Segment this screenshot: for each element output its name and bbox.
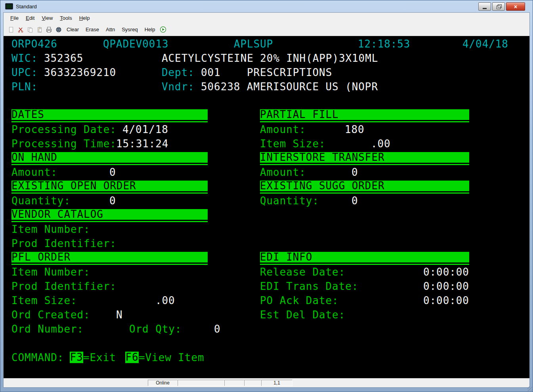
section-bars-row-1: DATES PARTIAL FILL xyxy=(4,108,529,122)
dept-label: Dept: xyxy=(162,65,195,80)
pln-row: PLN: Vndr: 506238 AMERISOURCE US (NOPR xyxy=(4,80,529,94)
f6-action-label: =View Item xyxy=(139,350,204,365)
interstore-amount-value: 0 xyxy=(352,165,358,179)
est-del-date-label: Est Del Date: xyxy=(260,308,345,322)
on-hand-amount-row: Amount: 0 Amount: 0 xyxy=(4,165,529,179)
globe-icon[interactable] xyxy=(54,25,63,34)
cut-icon[interactable] xyxy=(16,25,25,34)
wic-row: WIC: 352365 ACETYLCYSTEINE 20% INH(APP)3… xyxy=(4,51,529,65)
pfl-item-number-label: Item Number: xyxy=(11,265,90,279)
processing-date-value: 4/01/18 xyxy=(122,122,168,137)
menu-file[interactable]: File xyxy=(7,13,22,23)
section-header-pfl-order: PFL ORDER xyxy=(11,252,208,263)
status-segment-1 xyxy=(178,380,224,386)
title-bar[interactable]: Standard × xyxy=(3,0,530,12)
po-ack-date-label: PO Ack Date: xyxy=(260,293,339,308)
f3-key[interactable]: F3 xyxy=(70,352,83,363)
release-date-value: 0:00:00 xyxy=(423,265,469,279)
section-header-vendor-catalog: VENDOR CATALOG xyxy=(11,209,208,220)
vndr-value: 506238 AMERISOURCE US (NOPR xyxy=(201,80,378,94)
item-description: ACETYLCYSTEINE 20% INH(APP)3X10ML xyxy=(162,51,378,65)
paste-icon[interactable] xyxy=(35,25,44,34)
ord-created-value: N xyxy=(116,308,123,322)
command-row: COMMAND: F3 =Exit F6 =View Item xyxy=(4,350,529,365)
screen-date: 4/04/18 xyxy=(462,37,508,51)
section-header-on-hand: ON HAND xyxy=(11,152,208,163)
device-name: QPADEV0013 xyxy=(103,37,169,51)
pln-label: PLN: xyxy=(11,80,38,94)
sysreq-button[interactable]: Sysreq xyxy=(119,25,140,34)
edi-trans-date-value: 0:00:00 xyxy=(423,279,469,293)
close-button[interactable]: × xyxy=(506,2,525,11)
processing-date-label: Processing Date: xyxy=(11,122,117,137)
open-order-quantity-value: 0 xyxy=(109,194,116,208)
menu-edit[interactable]: Edit xyxy=(22,13,38,23)
po-ack-date-value: 0:00:00 xyxy=(423,293,469,308)
section-bars-row-2: ON HAND INTERSTORE TRANSFER xyxy=(4,151,529,165)
section-header-partial-fill: PARTIAL FILL xyxy=(260,109,469,120)
section-bars-row-4: VENDOR CATALOG xyxy=(4,208,529,222)
pfl-item-number-row: Item Number: Release Date: 0:00:00 xyxy=(4,265,529,279)
partial-fill-amount-label: Amount: xyxy=(260,122,306,137)
processing-date-row: Processing Date: 4/01/18 Amount: 180 xyxy=(4,122,529,137)
on-hand-amount-label: Amount: xyxy=(11,165,57,179)
vendor-prod-identifier-row: Prod Identifier: xyxy=(4,236,529,251)
clear-button[interactable]: Clear xyxy=(64,25,82,34)
wic-label: WIC: xyxy=(11,51,38,65)
partial-fill-item-size-label: Item Size: xyxy=(260,137,326,151)
pfl-item-size-value: .00 xyxy=(155,293,175,308)
section-bars-row-3: EXISTING OPEN ORDER EXISTING SUGG ORDER xyxy=(4,179,529,194)
upc-value: 36332369210 xyxy=(44,65,116,80)
open-order-quantity-label: Quantity: xyxy=(11,194,71,208)
f3-action-label: =Exit xyxy=(83,350,116,365)
minimize-button[interactable] xyxy=(478,2,491,11)
ord-qty-label: Ord Qty: xyxy=(129,322,181,336)
section-header-dates: DATES xyxy=(11,109,208,120)
section-header-edi-info: EDI INFO xyxy=(260,252,469,263)
partial-fill-amount-value: 180 xyxy=(345,122,365,137)
terminal-screen[interactable]: ORPO426 QPADEV0013 APLSUP 12:18:53 4/04/… xyxy=(4,36,529,378)
minimize-icon xyxy=(483,8,487,9)
ord-number-row: Ord Number: Ord Qty: 0 xyxy=(4,322,529,336)
status-bar: Online 1,1 xyxy=(4,378,529,387)
partial-fill-item-size-value: .00 xyxy=(371,137,391,151)
section-header-interstore-transfer: INTERSTORE TRANSFER xyxy=(260,152,469,163)
attn-button[interactable]: Attn xyxy=(103,25,118,34)
menu-view[interactable]: View xyxy=(38,13,56,23)
ord-created-label: Ord Created: xyxy=(11,308,90,322)
new-file-icon[interactable] xyxy=(7,25,15,34)
program-id: ORPO426 xyxy=(11,37,57,51)
f6-key[interactable]: F6 xyxy=(125,352,139,363)
menu-tools[interactable]: Tools xyxy=(56,13,75,23)
screen-time: 12:18:53 xyxy=(358,37,410,51)
window-title: Standard xyxy=(16,4,37,10)
terminal-app-icon xyxy=(5,3,13,10)
terminal-header-row: ORPO426 QPADEV0013 APLSUP 12:18:53 4/04/… xyxy=(4,37,529,51)
close-icon: × xyxy=(514,4,517,10)
wic-value: 352365 xyxy=(44,51,83,65)
status-segment-3 xyxy=(244,380,261,386)
command-label: COMMAND: xyxy=(11,350,64,365)
menu-help[interactable]: Help xyxy=(76,13,94,23)
help-button[interactable]: Help xyxy=(142,25,158,34)
processing-time-label: Processing Time: xyxy=(11,137,117,151)
ord-number-label: Ord Number: xyxy=(11,322,84,336)
copy-icon[interactable] xyxy=(26,25,34,34)
sugg-order-quantity-label: Quantity: xyxy=(260,194,319,208)
dept-name: PRESCRIPTIONS xyxy=(247,65,332,80)
restore-button[interactable] xyxy=(492,2,505,11)
play-macro-icon[interactable] xyxy=(159,25,167,34)
client-area: File Edit View Tools Help xyxy=(3,12,530,388)
pfl-prod-identifier-row: Prod Identifier: EDI Trans Date: 0:00:00 xyxy=(4,279,529,293)
resize-grip[interactable] xyxy=(527,386,532,391)
release-date-label: Release Date: xyxy=(260,265,345,279)
tool-bar: Clear Erase Attn Sysreq Help xyxy=(4,24,529,36)
sugg-order-quantity-value: 0 xyxy=(352,194,358,208)
ord-qty-value: 0 xyxy=(214,322,221,336)
erase-button[interactable]: Erase xyxy=(83,25,102,34)
app-window: Standard × File Edit View Tools Help xyxy=(0,0,533,392)
vendor-item-number-row: Item Number: xyxy=(4,222,529,236)
vndr-label: Vndr: xyxy=(162,80,195,94)
print-icon[interactable] xyxy=(45,25,53,34)
pfl-item-size-row: Item Size: .00 PO Ack Date: 0:00:00 xyxy=(4,293,529,308)
